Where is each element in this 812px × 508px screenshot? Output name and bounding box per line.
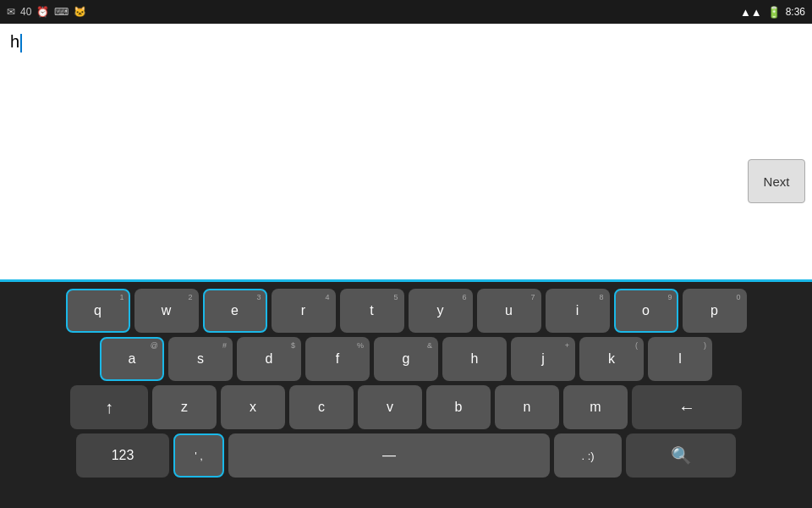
- key-search[interactable]: 🔍: [626, 433, 736, 478]
- key-y[interactable]: y6: [409, 289, 473, 333]
- key-p[interactable]: p0: [683, 289, 747, 333]
- key-u[interactable]: u7: [477, 289, 541, 333]
- key-k[interactable]: k(: [579, 337, 644, 381]
- key-123[interactable]: 123: [76, 433, 169, 478]
- battery-icon: 🔋: [767, 6, 781, 19]
- key-punctuation[interactable]: . :): [554, 433, 622, 478]
- key-q[interactable]: q1: [66, 289, 130, 333]
- alarm-icon: ⏰: [36, 6, 49, 18]
- key-j[interactable]: j+: [511, 337, 575, 381]
- key-shift[interactable]: ↑: [70, 385, 148, 429]
- keyboard-row-1: q1 w2 e3 r4 t5 y6 u7 i8 o9 p0: [3, 289, 809, 333]
- cat-icon: 🐱: [74, 6, 86, 18]
- key-space[interactable]: —: [228, 433, 550, 478]
- key-s[interactable]: s#: [168, 337, 233, 381]
- key-w[interactable]: w2: [134, 289, 199, 333]
- key-m[interactable]: m: [563, 385, 628, 429]
- key-n[interactable]: n: [495, 385, 559, 429]
- keyboard-icon: ⌨: [54, 6, 69, 18]
- key-c[interactable]: c: [289, 385, 354, 429]
- key-z[interactable]: z: [152, 385, 217, 429]
- text-cursor: [20, 34, 22, 52]
- key-d[interactable]: d$: [237, 337, 301, 381]
- key-a[interactable]: a@: [100, 337, 164, 381]
- key-i[interactable]: i8: [546, 289, 610, 333]
- wifi-icon: ▲▲: [740, 6, 762, 19]
- key-o[interactable]: o9: [614, 289, 678, 333]
- key-e[interactable]: e3: [203, 289, 267, 333]
- content-area: h Next: [0, 24, 812, 279]
- mail-icon: ✉: [7, 6, 15, 18]
- badge-40: 40: [20, 6, 31, 18]
- key-comma[interactable]: ' ,: [173, 433, 224, 478]
- status-bar: ✉ 40 ⏰ ⌨ 🐱 ▲▲ 🔋 8:36: [0, 0, 812, 24]
- keyboard: q1 w2 e3 r4 t5 y6 u7 i8 o9 p0 a@ s# d$ f…: [0, 282, 812, 508]
- typed-text: h: [10, 32, 19, 51]
- key-x[interactable]: x: [221, 385, 285, 429]
- key-t[interactable]: t5: [340, 289, 404, 333]
- key-r[interactable]: r4: [272, 289, 336, 333]
- keyboard-row-3: ↑ z x c v b n m ←: [3, 385, 809, 429]
- key-b[interactable]: b: [426, 385, 491, 429]
- key-h[interactable]: h: [442, 337, 507, 381]
- key-l[interactable]: l): [648, 337, 712, 381]
- keyboard-row-2: a@ s# d$ f% g& h j+ k( l): [3, 337, 809, 381]
- key-v[interactable]: v: [358, 385, 422, 429]
- time-display: 8:36: [786, 6, 805, 18]
- next-button[interactable]: Next: [748, 159, 805, 203]
- key-f[interactable]: f%: [305, 337, 370, 381]
- key-backspace[interactable]: ←: [632, 385, 742, 429]
- keyboard-row-bottom: 123 ' , — . :) 🔍: [3, 433, 809, 478]
- text-field[interactable]: h: [10, 32, 22, 52]
- key-g[interactable]: g&: [374, 337, 438, 381]
